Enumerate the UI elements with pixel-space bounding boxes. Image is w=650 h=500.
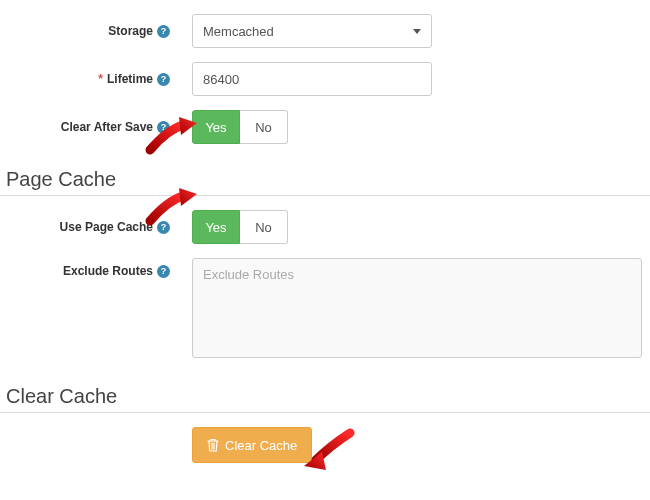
label-lifetime: * Lifetime ? [0, 72, 180, 86]
clear-after-save-toggle: Yes No [192, 110, 288, 144]
toggle-no[interactable]: No [240, 210, 288, 244]
row-lifetime: * Lifetime ? [0, 62, 650, 96]
help-icon[interactable]: ? [157, 221, 170, 234]
help-icon[interactable]: ? [157, 25, 170, 38]
label-text: Exclude Routes [63, 264, 153, 278]
toggle-yes[interactable]: Yes [192, 210, 240, 244]
toggle-no[interactable]: No [240, 110, 288, 144]
required-marker: * [98, 72, 103, 86]
control-storage: Memcached [180, 14, 432, 48]
label-use-page-cache: Use Page Cache ? [0, 220, 180, 234]
chevron-down-icon [413, 29, 421, 34]
row-storage: Storage ? Memcached [0, 14, 650, 48]
label-text: Clear After Save [61, 120, 153, 134]
control-clear-after-save: Yes No [180, 110, 288, 144]
section-clear-cache-title: Clear Cache [6, 385, 650, 408]
use-page-cache-toggle: Yes No [192, 210, 288, 244]
section-page-cache-title: Page Cache [6, 168, 650, 191]
control-lifetime [180, 62, 432, 96]
toggle-yes[interactable]: Yes [192, 110, 240, 144]
clear-cache-button[interactable]: Clear Cache [192, 427, 312, 463]
label-text: Lifetime [107, 72, 153, 86]
trash-icon [207, 438, 219, 452]
help-icon[interactable]: ? [157, 121, 170, 134]
control-clear-cache: Clear Cache [180, 427, 312, 463]
label-text: Use Page Cache [60, 220, 153, 234]
storage-select[interactable]: Memcached [192, 14, 432, 48]
clear-cache-button-label: Clear Cache [225, 438, 297, 453]
row-exclude-routes: Exclude Routes ? [0, 258, 650, 361]
label-clear-after-save: Clear After Save ? [0, 120, 180, 134]
help-icon[interactable]: ? [157, 73, 170, 86]
help-icon[interactable]: ? [157, 265, 170, 278]
row-use-page-cache: Use Page Cache ? Yes No [0, 210, 650, 244]
label-storage: Storage ? [0, 24, 180, 38]
exclude-routes-textarea[interactable] [192, 258, 642, 358]
control-use-page-cache: Yes No [180, 210, 288, 244]
lifetime-input[interactable] [192, 62, 432, 96]
row-clear-cache-action: Clear Cache [0, 427, 650, 463]
divider [0, 412, 650, 413]
row-clear-after-save: Clear After Save ? Yes No [0, 110, 650, 144]
control-exclude-routes [180, 258, 642, 361]
storage-value: Memcached [203, 24, 274, 39]
label-exclude-routes: Exclude Routes ? [0, 258, 180, 278]
divider [0, 195, 650, 196]
label-text: Storage [108, 24, 153, 38]
